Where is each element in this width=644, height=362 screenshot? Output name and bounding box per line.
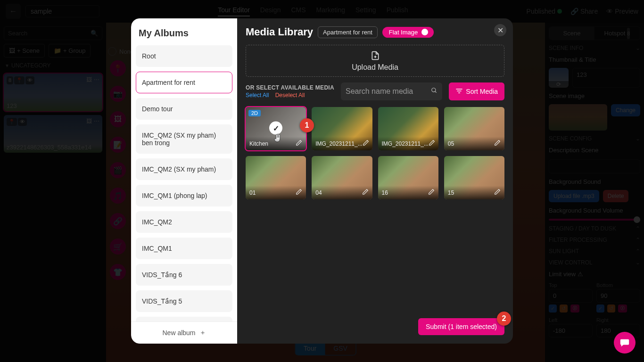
svg-point-0: [432, 88, 436, 92]
media-name: 04: [315, 189, 322, 196]
media-name: 16: [382, 189, 388, 196]
album-item[interactable]: VIDS_Tầng 6: [136, 264, 232, 286]
media-name: 01: [249, 189, 256, 196]
chat-fab[interactable]: [614, 332, 636, 354]
upload-label: Upload Media: [352, 63, 398, 72]
media-library-modal: ✕ My Albums RootApartment for rentDemo t…: [131, 18, 513, 344]
album-list: RootApartment for rentDemo tourIMC_QM2 (…: [131, 45, 237, 321]
album-item[interactable]: Root: [136, 45, 232, 67]
edit-icon[interactable]: [429, 140, 435, 148]
media-name: Kitchen: [249, 140, 268, 147]
album-item[interactable]: Demo tour: [136, 98, 232, 120]
album-item[interactable]: Apartment for rent: [136, 72, 232, 93]
album-item[interactable]: IMC_QM1 (phong lap): [136, 185, 232, 206]
media-card[interactable]: 01: [246, 156, 306, 199]
chat-icon: [619, 337, 630, 348]
media-grid: 2D✓KitchenIMG_20231211_...IMG_20231211_.…: [246, 107, 504, 199]
album-item[interactable]: IMC_QM2: [136, 211, 232, 233]
media-card[interactable]: IMG_20231211_...: [378, 107, 438, 150]
media-card[interactable]: 15: [444, 156, 504, 199]
edit-icon[interactable]: [296, 140, 302, 148]
media-name: IMG_20231211_...: [382, 140, 429, 147]
edit-icon[interactable]: [363, 140, 369, 148]
search-media-input[interactable]: Search name media: [341, 82, 442, 100]
album-item[interactable]: VIDS_Tầng 4: [136, 317, 232, 321]
album-item[interactable]: IMC_QM2 (SX my pham) ben trong: [136, 124, 232, 154]
file-plus-icon: [371, 50, 380, 61]
albums-title: My Albums: [131, 18, 237, 45]
media-name: 15: [448, 189, 454, 196]
toggle-knob: [421, 29, 428, 35]
badge-2d: 2D: [248, 110, 261, 116]
edit-icon[interactable]: [494, 189, 501, 197]
annotation-badge-2: 2: [497, 312, 511, 326]
library-panel: Media Library Apartment for rent Flat Im…: [237, 18, 513, 344]
media-card[interactable]: 04: [312, 156, 372, 199]
edit-icon[interactable]: [362, 189, 369, 197]
upload-media-dropzone[interactable]: Upload Media: [246, 45, 504, 77]
media-name: 05: [448, 140, 454, 147]
sort-icon: [455, 87, 463, 96]
modal-overlay[interactable]: ✕ My Albums RootApartment for rentDemo t…: [0, 0, 644, 362]
media-card[interactable]: 05: [444, 107, 504, 150]
library-title: Media Library: [246, 26, 313, 38]
media-card[interactable]: 16: [378, 156, 438, 199]
media-card[interactable]: 2D✓Kitchen: [246, 107, 306, 150]
media-name: IMG_20231211_...: [315, 140, 362, 147]
edit-icon[interactable]: [296, 189, 302, 197]
search-media-placeholder: Search name media: [346, 87, 427, 96]
edit-icon[interactable]: [428, 189, 435, 197]
album-item[interactable]: IMC_QM2 (SX my pham): [136, 158, 232, 180]
current-album-pill: Apartment for rent: [318, 26, 378, 38]
search-icon: [431, 87, 438, 96]
select-all-link[interactable]: Select All: [246, 92, 269, 99]
flat-image-toggle[interactable]: Flat Image: [382, 27, 434, 38]
annotation-badge-1: 1: [300, 118, 314, 132]
deselect-all-link[interactable]: Deselect All: [275, 92, 305, 99]
media-card[interactable]: IMG_20231211_...: [312, 107, 372, 150]
edit-icon[interactable]: [494, 140, 501, 148]
albums-panel: My Albums RootApartment for rentDemo tou…: [131, 18, 237, 344]
or-select-label: OR SELECT AVAILABLE MEDIA: [246, 84, 334, 91]
sort-media-button[interactable]: Sort Media: [449, 82, 504, 100]
album-item[interactable]: IMC_QM1: [136, 238, 232, 259]
album-item[interactable]: VIDS_Tầng 5: [136, 290, 232, 312]
new-album-button[interactable]: New album ＋: [131, 321, 237, 344]
plus-icon: ＋: [199, 329, 206, 337]
submit-button[interactable]: Submit (1 item selected): [418, 318, 504, 335]
